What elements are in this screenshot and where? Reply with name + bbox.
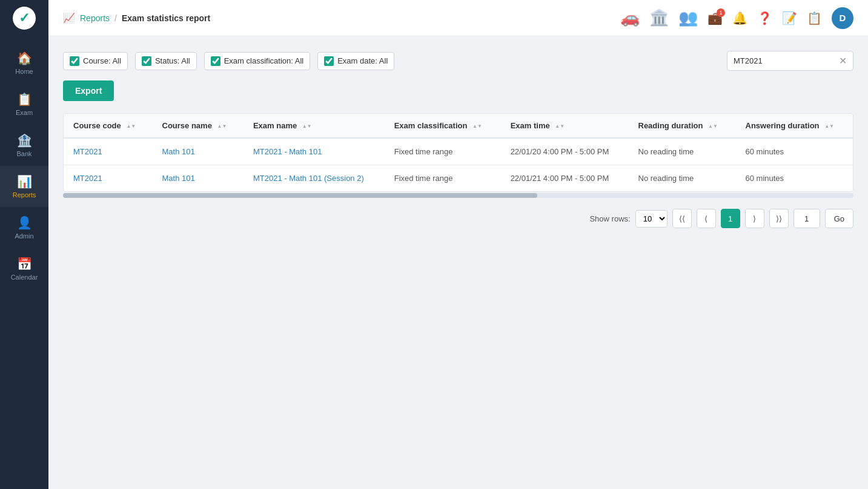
export-button[interactable]: Export bbox=[63, 80, 114, 101]
briefcase-badge: 1 bbox=[717, 8, 725, 17]
home-icon: 🏠 bbox=[17, 51, 32, 65]
cell-exam-classification-1: Fixed time range bbox=[385, 165, 501, 192]
cell-course-name-0: Math 101 bbox=[153, 138, 244, 165]
sort-icon-course-name[interactable]: ▲▼ bbox=[217, 123, 227, 129]
cell-exam-time-0: 22/01/20 4:00 PM - 5:00 PM bbox=[501, 138, 629, 165]
course-filter-checkbox[interactable] bbox=[70, 56, 79, 66]
table-row: MT2021 Math 101 MT2021 - Math 101 Fixed … bbox=[64, 138, 853, 165]
course-filter-label: Course: All bbox=[83, 56, 121, 65]
col-exam-time: Exam time ▲▼ bbox=[501, 114, 629, 138]
breadcrumb: 📈 Reports / Exam statistics report bbox=[63, 12, 210, 24]
briefcase-icon-btn[interactable]: 💼 1 bbox=[707, 11, 723, 25]
pagination-row: Show rows: 10 20 50 ⟨⟨ ⟨ 1 ⟩ ⟩⟩ Go bbox=[63, 209, 853, 228]
sort-icon-reading-duration[interactable]: ▲▼ bbox=[708, 123, 718, 129]
cell-course-code-0: MT2021 bbox=[64, 138, 153, 165]
course-filter[interactable]: Course: All bbox=[63, 52, 128, 70]
exam-classification-filter[interactable]: Exam classification: All bbox=[204, 52, 311, 70]
sidebar-item-label: Admin bbox=[15, 232, 33, 240]
help-icon: ❓ bbox=[757, 11, 772, 25]
search-clear-btn[interactable]: ✕ bbox=[839, 55, 847, 67]
content-area: Course: All Status: All Exam classificat… bbox=[48, 36, 868, 489]
cell-exam-name-0[interactable]: MT2021 - Math 101 bbox=[244, 138, 385, 165]
table-container: Course code ▲▼ Course name ▲▼ Exam name … bbox=[63, 113, 853, 192]
sidebar-item-calendar[interactable]: 📅 Calendar bbox=[0, 248, 48, 289]
calendar-icon: 📅 bbox=[17, 257, 32, 271]
sidebar-item-label: Bank bbox=[16, 150, 31, 157]
cell-exam-time-1: 22/01/21 4:00 PM - 5:00 PM bbox=[501, 165, 629, 192]
scrollbar-thumb[interactable] bbox=[63, 193, 537, 198]
sort-icon-answering-duration[interactable]: ▲▼ bbox=[824, 123, 834, 129]
sidebar-item-label: Calendar bbox=[11, 274, 38, 281]
sidebar-item-exam[interactable]: 📋 Exam bbox=[0, 84, 48, 125]
clipboard-icon: 📋 bbox=[807, 11, 822, 25]
rows-per-page-select[interactable]: 10 20 50 bbox=[635, 210, 668, 228]
exam-date-label: Exam date: All bbox=[337, 56, 388, 65]
exam-classification-checkbox[interactable] bbox=[211, 56, 220, 66]
page-number-input[interactable] bbox=[793, 209, 820, 228]
exam-stats-table: Course code ▲▼ Course name ▲▼ Exam name … bbox=[64, 114, 853, 191]
col-answering-duration: Answering duration ▲▼ bbox=[736, 114, 853, 138]
go-button[interactable]: Go bbox=[825, 209, 853, 228]
sort-icon-exam-classification[interactable]: ▲▼ bbox=[472, 123, 482, 129]
sidebar-nav: 🏠 Home 📋 Exam 🏦 Bank 📊 Reports 👤 Admin 📅… bbox=[0, 42, 48, 289]
current-page-btn[interactable]: 1 bbox=[721, 209, 740, 228]
exam-icon: 📋 bbox=[17, 92, 32, 107]
exam-classification-label: Exam classification: All bbox=[224, 56, 304, 65]
cell-answering-duration-1: 60 minutes bbox=[736, 165, 853, 192]
cell-course-name-1: Math 101 bbox=[153, 165, 244, 192]
app-logo[interactable]: ✓ bbox=[0, 0, 48, 36]
sidebar-item-reports[interactable]: 📊 Reports bbox=[0, 166, 48, 207]
col-exam-classification: Exam classification ▲▼ bbox=[385, 114, 501, 138]
horizontal-scrollbar[interactable] bbox=[63, 193, 853, 198]
first-page-btn[interactable]: ⟨⟨ bbox=[672, 209, 692, 228]
breadcrumb-parent-link[interactable]: Reports bbox=[80, 13, 110, 23]
logo-icon: ✓ bbox=[19, 10, 30, 26]
cell-reading-duration-0: No reading time bbox=[629, 138, 736, 165]
breadcrumb-icon: 📈 bbox=[63, 12, 75, 24]
bank-icon: 🏦 bbox=[17, 133, 32, 148]
exam-date-checkbox[interactable] bbox=[324, 56, 334, 66]
breadcrumb-current-label: Exam statistics report bbox=[122, 13, 210, 23]
sidebar-item-label: Reports bbox=[13, 191, 36, 199]
sort-icon-exam-time[interactable]: ▲▼ bbox=[555, 123, 565, 129]
prev-page-btn[interactable]: ⟨ bbox=[697, 209, 716, 228]
sidebar-item-home[interactable]: 🏠 Home bbox=[0, 42, 48, 84]
reports-icon: 📊 bbox=[17, 174, 32, 189]
user-avatar[interactable]: D bbox=[832, 7, 853, 29]
status-filter-checkbox[interactable] bbox=[142, 56, 151, 66]
sidebar: ✓ 🏠 Home 📋 Exam 🏦 Bank 📊 Reports 👤 Admin… bbox=[0, 0, 48, 489]
col-exam-name: Exam name ▲▼ bbox=[244, 114, 385, 138]
exam-date-filter[interactable]: Exam date: All bbox=[317, 52, 394, 70]
help-icon-btn[interactable]: ❓ bbox=[757, 11, 772, 25]
deco-car-icon: 🚗 bbox=[620, 8, 640, 27]
breadcrumb-parent-label: Reports bbox=[80, 13, 110, 23]
sort-icon-exam-name[interactable]: ▲▼ bbox=[302, 123, 312, 129]
cell-reading-duration-1: No reading time bbox=[629, 165, 736, 192]
clipboard-icon-btn[interactable]: 📋 bbox=[807, 11, 822, 25]
deco-building-icon: 🏛️ bbox=[649, 8, 669, 27]
table-header-row: Course code ▲▼ Course name ▲▼ Exam name … bbox=[64, 114, 853, 138]
search-input[interactable] bbox=[734, 56, 835, 65]
list-icon-btn[interactable]: 📝 bbox=[782, 11, 797, 25]
search-box: ✕ bbox=[727, 51, 853, 71]
show-rows-label: Show rows: bbox=[589, 214, 630, 223]
deco-people-icon: 👥 bbox=[678, 8, 698, 27]
bell-icon-btn[interactable]: 🔔 bbox=[732, 11, 747, 25]
admin-icon: 👤 bbox=[17, 215, 32, 230]
cell-exam-classification-0: Fixed time range bbox=[385, 138, 501, 165]
sort-icon-course-code[interactable]: ▲▼ bbox=[126, 123, 136, 129]
status-filter[interactable]: Status: All bbox=[135, 52, 197, 70]
cell-answering-duration-0: 60 minutes bbox=[736, 138, 853, 165]
topbar: 📈 Reports / Exam statistics report 🚗 🏛️ … bbox=[48, 0, 868, 36]
next-page-btn[interactable]: ⟩ bbox=[745, 209, 764, 228]
cell-exam-name-1[interactable]: MT2021 - Math 101 (Session 2) bbox=[244, 165, 385, 192]
topbar-right: 🚗 🏛️ 👥 💼 1 🔔 ❓ 📝 📋 D bbox=[620, 7, 853, 29]
filters-row: Course: All Status: All Exam classificat… bbox=[63, 51, 853, 71]
sidebar-item-bank[interactable]: 🏦 Bank bbox=[0, 125, 48, 166]
sidebar-item-label: Home bbox=[15, 68, 33, 75]
status-filter-label: Status: All bbox=[155, 56, 190, 65]
cell-course-code-1: MT2021 bbox=[64, 165, 153, 192]
last-page-btn[interactable]: ⟩⟩ bbox=[769, 209, 789, 228]
col-reading-duration: Reading duration ▲▼ bbox=[629, 114, 736, 138]
sidebar-item-admin[interactable]: 👤 Admin bbox=[0, 207, 48, 248]
